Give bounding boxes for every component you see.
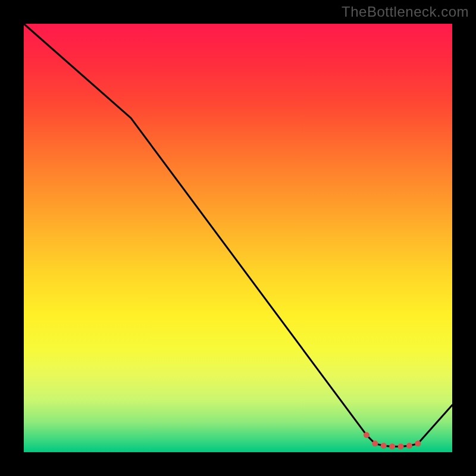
watermark-text: TheBottleneck.com [342,4,469,20]
marker-dot [389,444,395,450]
curve-layer [24,24,452,447]
marker-dot [415,441,421,447]
marker-dot [398,444,404,450]
marker-dot [372,441,378,447]
chart-svg [24,24,452,452]
marker-dot [381,443,387,449]
plot-area [24,24,452,452]
marker-dot [406,443,412,449]
marker-dot [364,432,369,438]
main-curve [24,24,452,447]
chart-frame: TheBottleneck.com [0,0,476,476]
